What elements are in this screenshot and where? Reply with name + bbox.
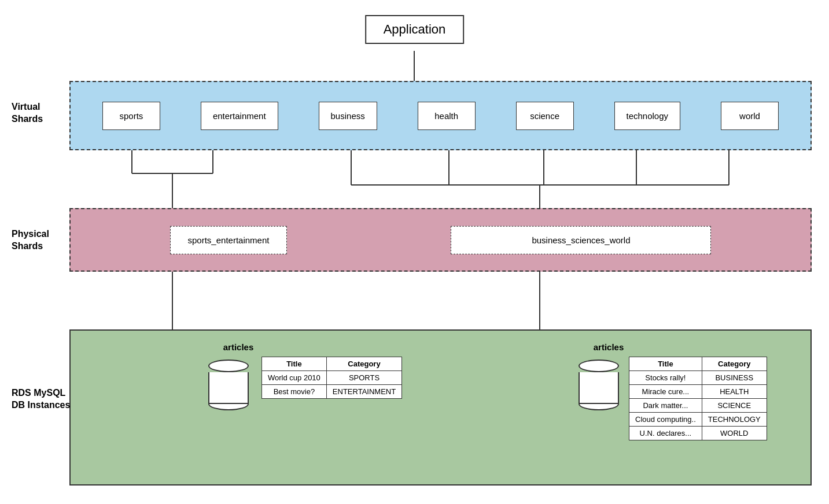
table-row: Miracle cure... HEALTH (629, 385, 767, 399)
table-row: Best movie? ENTERTAINMENT (262, 385, 402, 399)
shard-entertainment: entertainment (201, 102, 278, 130)
table-row: U.N. declares... WORLD (629, 427, 767, 440)
physical-shards-label: PhysicalShards (12, 228, 49, 253)
table-row: Cloud computing.. TECHNOLOGY (629, 413, 767, 427)
table-row: Dark matter... SCIENCE (629, 399, 767, 413)
table-row: Stocks rally! BUSINESS (629, 371, 767, 385)
articles-label-2: articles (594, 342, 624, 352)
physical-shards-layer: sports_entertainment business_sciences_w… (69, 208, 812, 272)
virtual-shards-layer: sports entertainment business health sci… (69, 81, 812, 150)
shard-business: business (319, 102, 377, 130)
physical-shard-business-sciences-world: business_sciences_world (451, 226, 711, 254)
physical-shards-container: sports_entertainment business_sciences_w… (71, 209, 810, 270)
table2-col-title: Title (629, 357, 702, 371)
table1-col-category: Category (326, 357, 401, 371)
shard-science: science (516, 102, 574, 130)
table2-col-category: Category (702, 357, 767, 371)
rds-label: RDS MySQLDB Instances (12, 387, 70, 412)
physical-shard-sports-entertainment: sports_entertainment (170, 226, 288, 254)
shard-health: health (418, 102, 476, 130)
db-table-2: Title Category Stocks rally! BUSINESS Mi… (629, 357, 767, 440)
shard-sports: sports (102, 102, 160, 130)
rds-layer: articles Title Category World cup 2010 S… (69, 329, 812, 486)
shard-world: world (721, 102, 779, 130)
app-title: Application (384, 22, 446, 36)
diagram-container: Application sports entertainment busines… (0, 0, 829, 504)
virtual-shards-label: VirtualShards (12, 101, 43, 125)
virtual-shards-container: sports entertainment business health sci… (71, 82, 810, 149)
shard-technology: technology (614, 102, 681, 130)
articles-label-1: articles (223, 342, 254, 352)
application-box: Application (365, 15, 465, 44)
db-cylinder-2 (579, 360, 619, 410)
db-cylinder-1 (208, 360, 249, 410)
table-row: World cup 2010 SPORTS (262, 371, 402, 385)
table1-col-title: Title (262, 357, 327, 371)
db-table-1: Title Category World cup 2010 SPORTS Bes… (261, 357, 402, 399)
